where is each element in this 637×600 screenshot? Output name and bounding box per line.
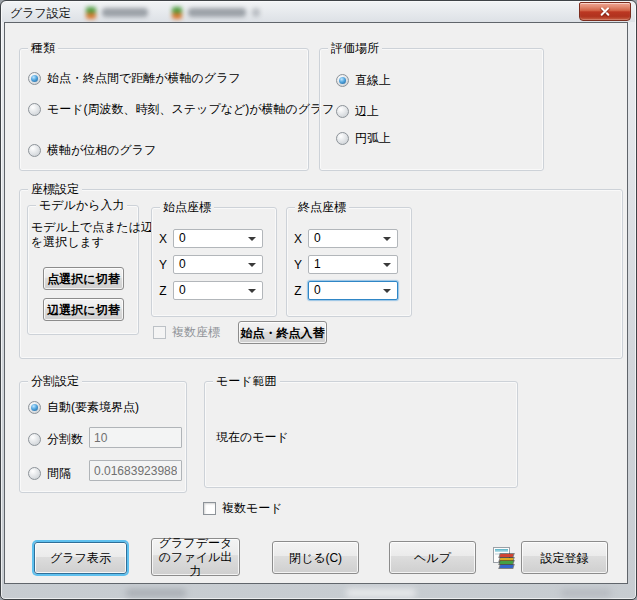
model-input-hint-line2: を選択します (31, 234, 104, 251)
rainbow-stack-icon (500, 554, 516, 569)
start-point-label: 始点座標 (160, 200, 214, 214)
start-x-combobox[interactable]: 0 (173, 229, 263, 248)
show-graph-button[interactable]: グラフ表示 (34, 542, 127, 574)
checkbox-icon (203, 502, 216, 515)
radio-type-phase[interactable]: 横軸が位相のグラフ (28, 142, 156, 159)
radio-icon (28, 144, 41, 157)
radio-type-mode[interactable]: モード(周波数、時刻、ステップなど)が横軸のグラフ (28, 101, 335, 118)
background-window-tab (172, 4, 260, 21)
multi-mode-checkbox[interactable]: 複数モード (203, 500, 283, 517)
evaluation-place-label: 評価場所 (328, 41, 382, 55)
multi-coordinate-label: 複数座標 (172, 324, 220, 341)
radio-label: 自動(要素境界点) (47, 399, 139, 416)
end-z-combobox[interactable]: 0 (308, 281, 398, 300)
model-input-label: モデルから入力 (36, 198, 127, 212)
radio-division-auto[interactable]: 自動(要素境界点) (28, 399, 139, 416)
radio-division-count[interactable]: 分割数 (28, 431, 83, 448)
checkbox-icon (153, 326, 166, 339)
radio-selected-icon (28, 401, 41, 414)
radio-selected-icon (336, 74, 349, 87)
dialog-body: 種類 始点・終点間で距離が横軸のグラフ モード(周波数、時刻、ステップなど)が横… (4, 22, 628, 584)
coordinate-settings-label: 座標設定 (28, 182, 82, 196)
radio-type-distance[interactable]: 始点・終点間で距離が横軸のグラフ (28, 70, 241, 87)
blurred-app-icon (86, 7, 96, 19)
graph-window-icon[interactable] (493, 546, 517, 570)
edge-select-button[interactable]: 辺選択に切替 (43, 298, 124, 321)
end-y-combobox[interactable]: 1 (308, 255, 398, 274)
radio-eval-edge[interactable]: 辺上 (336, 103, 379, 120)
end-point-label: 終点座標 (295, 200, 349, 214)
radio-division-interval[interactable]: 間隔 (28, 465, 71, 482)
glass-reflection (346, 589, 416, 597)
mode-range-label: モード範囲 (213, 374, 280, 388)
type-group-label: 種類 (28, 41, 58, 55)
radio-icon (336, 132, 349, 145)
close-button[interactable] (579, 2, 631, 21)
close-dialog-button[interactable]: 閉じる(C) (272, 541, 359, 574)
register-settings-button[interactable]: 設定登録 (521, 541, 608, 574)
radio-icon (28, 467, 41, 480)
swap-start-end-button[interactable]: 始点・終点入替 (238, 321, 327, 344)
division-count-field[interactable] (89, 427, 182, 448)
multi-coordinate-checkbox: 複数座標 (153, 324, 220, 341)
title-bar: グラフ設定 (2, 2, 635, 22)
background-window-tab (86, 4, 148, 21)
close-icon (600, 6, 611, 17)
graph-settings-dialog: グラフ設定 種類 始点・終点間で距離が横軸のグラフ モード(周波数、時刻、ステッ… (0, 0, 637, 600)
radio-eval-line[interactable]: 直線上 (336, 72, 391, 89)
multi-mode-label: 複数モード (222, 500, 283, 517)
window-title: グラフ設定 (10, 5, 71, 22)
start-z-axis-label: Z (157, 284, 169, 298)
point-select-button[interactable]: 点選択に切替 (43, 267, 124, 290)
radio-icon (28, 103, 41, 116)
glass-reflection (561, 589, 611, 597)
radio-label: 分割数 (47, 431, 83, 448)
radio-label: 円弧上 (355, 130, 391, 147)
radio-label: 間隔 (47, 465, 71, 482)
radio-label: 辺上 (355, 103, 379, 120)
start-y-axis-label: Y (157, 258, 169, 272)
radio-label: 始点・終点間で距離が横軸のグラフ (47, 70, 241, 87)
radio-icon (336, 105, 349, 118)
start-y-combobox[interactable]: 0 (173, 255, 263, 274)
division-interval-field[interactable] (89, 460, 182, 481)
end-x-axis-label: X (292, 232, 304, 246)
radio-selected-icon (28, 72, 41, 85)
current-mode-text: 現在のモード (216, 429, 289, 446)
end-z-axis-label: Z (292, 284, 304, 298)
radio-icon (28, 433, 41, 446)
blurred-app-icon (172, 7, 182, 19)
start-z-combobox[interactable]: 0 (173, 281, 263, 300)
export-graph-data-button[interactable]: グラフデータのファイル出力 (151, 538, 240, 576)
radio-label: 直線上 (355, 72, 391, 89)
radio-eval-arc[interactable]: 円弧上 (336, 130, 391, 147)
radio-label: 横軸が位相のグラフ (47, 142, 156, 159)
start-x-axis-label: X (157, 232, 169, 246)
end-x-combobox[interactable]: 0 (308, 229, 398, 248)
division-settings-label: 分割設定 (28, 374, 82, 388)
radio-label: モード(周波数、時刻、ステップなど)が横軸のグラフ (47, 101, 335, 118)
help-button[interactable]: ヘルプ (389, 541, 476, 574)
end-y-axis-label: Y (292, 258, 304, 272)
glass-reflection (126, 589, 186, 597)
